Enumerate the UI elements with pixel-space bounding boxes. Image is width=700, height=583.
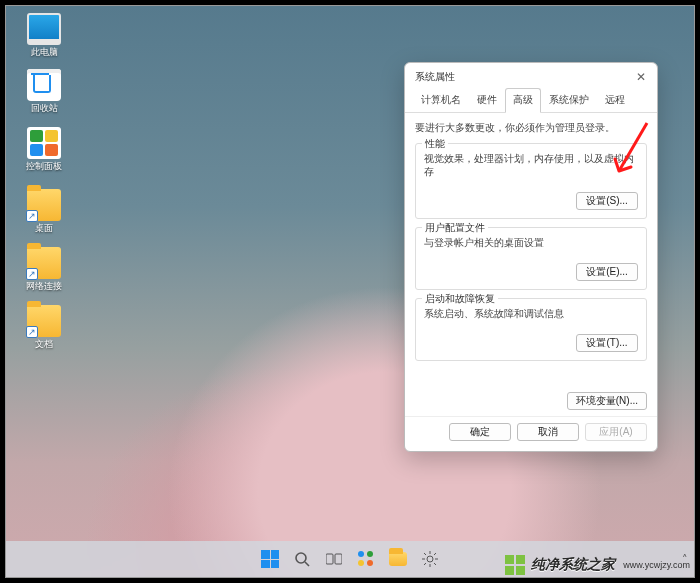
svg-line-11 — [434, 553, 436, 555]
desktop-icon-label: 此电脑 — [31, 47, 58, 58]
group-title: 用户配置文件 — [422, 221, 488, 235]
tab-4[interactable]: 远程 — [597, 88, 633, 113]
admin-note: 要进行大多数更改，你必须作为管理员登录。 — [415, 121, 647, 135]
svg-line-9 — [424, 553, 426, 555]
performance-settings-button[interactable]: 设置(S)... — [576, 192, 638, 210]
watermark: 纯净系统之家 www.ycwjzy.com — [505, 553, 690, 577]
performance-group: 性能 视觉效果，处理器计划，内存使用，以及虚拟内存 设置(S)... — [415, 143, 647, 219]
startup-recovery-group: 启动和故障恢复 系统启动、系统故障和调试信息 设置(T)... — [415, 298, 647, 361]
cancel-button[interactable]: 取消 — [517, 423, 579, 441]
close-icon[interactable]: ✕ — [633, 69, 649, 85]
explorer-button[interactable] — [385, 546, 411, 572]
tab-2[interactable]: 高级 — [505, 88, 541, 113]
settings-button[interactable] — [417, 546, 443, 572]
ok-button[interactable]: 确定 — [449, 423, 511, 441]
dialog-footer: 确定 取消 应用(A) — [405, 416, 657, 451]
env-vars-button[interactable]: 环境变量(N)... — [567, 392, 647, 410]
task-view-button[interactable] — [321, 546, 347, 572]
svg-rect-3 — [335, 554, 342, 564]
group-desc: 与登录帐户相关的桌面设置 — [424, 236, 638, 249]
search-button[interactable] — [289, 546, 315, 572]
tab-1[interactable]: 硬件 — [469, 88, 505, 113]
windows-logo-icon — [261, 550, 279, 568]
dialog-tabs: 计算机名硬件高级系统保护远程 — [405, 87, 657, 113]
apply-button: 应用(A) — [585, 423, 647, 441]
svg-line-1 — [305, 562, 309, 566]
widgets-button[interactable] — [353, 546, 379, 572]
start-button[interactable] — [257, 546, 283, 572]
dialog-title: 系统属性 — [415, 70, 455, 84]
svg-line-10 — [434, 563, 436, 565]
gear-icon — [422, 551, 438, 567]
group-title: 性能 — [422, 137, 448, 151]
profiles-settings-button[interactable]: 设置(E)... — [576, 263, 638, 281]
dialog-titlebar[interactable]: 系统属性 ✕ — [405, 63, 657, 87]
widgets-icon — [358, 551, 374, 567]
group-desc: 视觉效果，处理器计划，内存使用，以及虚拟内存 — [424, 152, 638, 178]
watermark-text: 纯净系统之家 — [531, 556, 615, 574]
folder-icon — [389, 552, 407, 566]
search-icon — [294, 551, 310, 567]
desktop-icon-cpl-2[interactable]: 控制面板 — [12, 124, 76, 182]
tab-3[interactable]: 系统保护 — [541, 88, 597, 113]
desktop-icon-label: 控制面板 — [26, 161, 62, 172]
desktop-icon-label: 回收站 — [31, 103, 58, 114]
desktop-icon-pc-0[interactable]: 此电脑 — [12, 8, 76, 66]
desktop-icon-label: 桌面 — [35, 223, 53, 234]
group-desc: 系统启动、系统故障和调试信息 — [424, 307, 638, 320]
desktop-icon-folder-4[interactable]: ↗网络连接 — [12, 240, 76, 298]
group-title: 启动和故障恢复 — [422, 292, 498, 306]
svg-line-12 — [424, 563, 426, 565]
startup-settings-button[interactable]: 设置(T)... — [576, 334, 638, 352]
desktop-icon-bin-1[interactable]: 回收站 — [12, 66, 76, 124]
tab-0[interactable]: 计算机名 — [413, 88, 469, 113]
system-properties-dialog: 系统属性 ✕ 计算机名硬件高级系统保护远程 要进行大多数更改，你必须作为管理员登… — [404, 62, 658, 452]
desktop-icon-label: 网络连接 — [26, 281, 62, 292]
svg-point-4 — [427, 556, 433, 562]
desktop-icon-label: 文档 — [35, 339, 53, 350]
user-profiles-group: 用户配置文件 与登录帐户相关的桌面设置 设置(E)... — [415, 227, 647, 290]
desktop-icon-folder-5[interactable]: ↗文档 — [12, 298, 76, 356]
watermark-logo-icon — [505, 555, 525, 575]
desktop[interactable]: 此电脑回收站控制面板↗桌面↗网络连接↗文档 系统属性 ✕ 计算机名硬件高级系统保… — [6, 6, 694, 577]
svg-point-0 — [296, 553, 306, 563]
watermark-url: www.ycwjzy.com — [623, 560, 690, 570]
svg-rect-2 — [326, 554, 333, 564]
task-view-icon — [326, 552, 342, 566]
desktop-icon-folder-3[interactable]: ↗桌面 — [12, 182, 76, 240]
